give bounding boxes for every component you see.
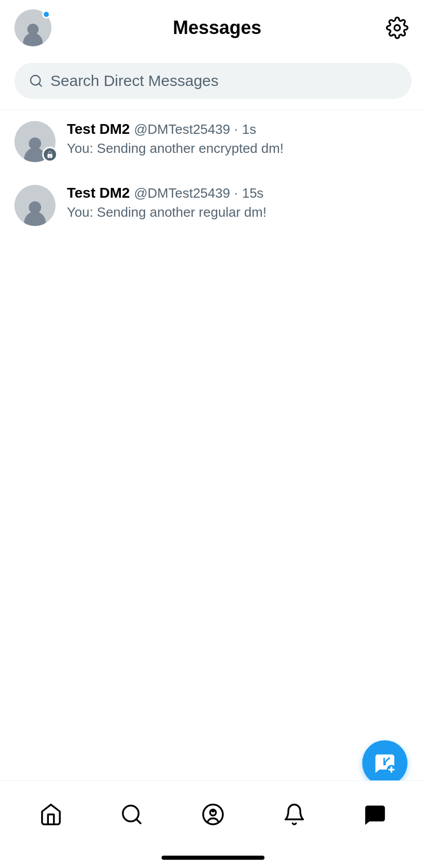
online-indicator — [42, 10, 50, 19]
page-title: Messages — [51, 17, 383, 39]
dm-preview-2: You: Sending another regular dm! — [67, 204, 412, 220]
user-avatar[interactable] — [14, 9, 51, 46]
nav-home[interactable] — [30, 794, 72, 835]
dm-avatar-2 — [14, 185, 56, 226]
svg-point-0 — [395, 25, 400, 31]
nav-notifications[interactable] — [274, 794, 315, 835]
home-bar — [162, 856, 264, 860]
dm-time-1: 1s — [242, 121, 256, 137]
search-section: Search Direct Messages — [0, 56, 426, 109]
svg-line-8 — [136, 819, 140, 823]
dm-time-2: 15s — [242, 185, 263, 201]
dm-separator-1: · — [234, 121, 238, 137]
dm-item-2[interactable]: Test DM2 @DMTest25439 · 15s You: Sending… — [0, 173, 426, 237]
new-message-button[interactable] — [362, 740, 407, 786]
dm-name-2: Test DM2 — [67, 185, 130, 201]
nav-messages[interactable] — [354, 794, 396, 835]
dm-handle-1: @DMTest25439 — [134, 121, 230, 137]
search-bar[interactable]: Search Direct Messages — [14, 63, 412, 99]
nav-spaces[interactable] — [192, 794, 234, 835]
svg-point-9 — [203, 804, 223, 824]
nav-search[interactable] — [111, 794, 152, 835]
svg-rect-3 — [49, 155, 51, 157]
settings-button[interactable] — [383, 13, 412, 42]
svg-line-2 — [39, 83, 41, 86]
encrypted-badge — [42, 147, 58, 162]
compose-fab-wrap — [362, 740, 407, 786]
dm-handle-2: @DMTest25439 — [134, 185, 230, 201]
svg-point-11 — [212, 809, 214, 811]
dm-list: Test DM2 @DMTest25439 · 1s You: Sending … — [0, 110, 426, 780]
search-placeholder: Search Direct Messages — [50, 72, 219, 90]
dm-name-1: Test DM2 — [67, 121, 130, 137]
dm-preview-1: You: Sending another encrypted dm! — [67, 141, 412, 157]
dm-content-2: Test DM2 @DMTest25439 · 15s You: Sending… — [67, 185, 412, 220]
dm-avatar-1 — [14, 121, 56, 162]
dm-item-1[interactable]: Test DM2 @DMTest25439 · 1s You: Sending … — [0, 110, 426, 173]
header: Messages — [0, 0, 426, 56]
home-indicator — [0, 847, 426, 868]
bottom-nav — [0, 780, 426, 847]
dm-content-1: Test DM2 @DMTest25439 · 1s You: Sending … — [67, 121, 412, 157]
search-icon — [29, 74, 43, 88]
dm-separator-2: · — [234, 185, 238, 201]
